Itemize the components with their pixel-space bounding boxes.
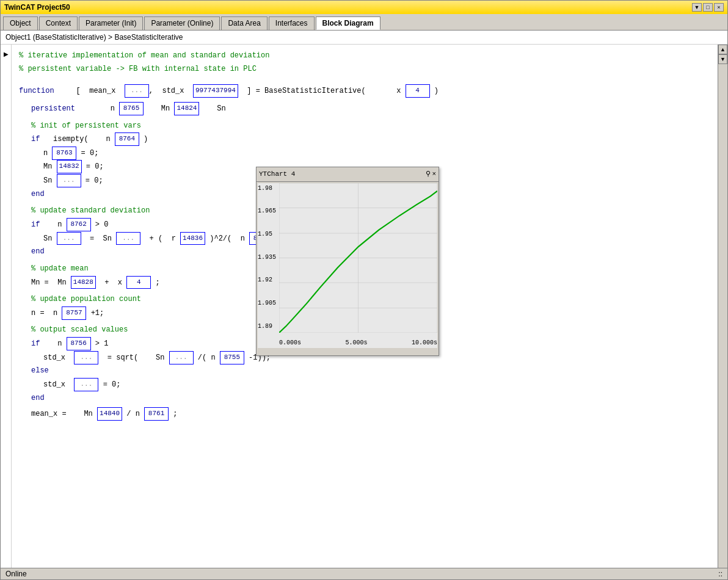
ytchart-close-icon[interactable]: × bbox=[432, 169, 436, 180]
n-persistent-field[interactable]: 8765 bbox=[119, 102, 144, 115]
tab-param-init[interactable]: Parameter (Init) bbox=[79, 16, 143, 30]
title-bar-text: TwinCAT Project50 bbox=[4, 3, 70, 12]
n-std-label: n bbox=[57, 220, 62, 229]
std-x-output-field[interactable]: ... bbox=[74, 351, 98, 364]
output-end: end bbox=[19, 392, 710, 405]
mean-x-label: mean_x bbox=[89, 87, 115, 95]
mn-assign-field[interactable]: 14832 bbox=[57, 160, 82, 173]
output-gt: > 1 bbox=[95, 339, 109, 348]
std-x-else-line: std_x ... = 0; bbox=[19, 378, 710, 392]
std-x-else-field[interactable]: ... bbox=[74, 378, 98, 391]
x-label-1: 0.000s bbox=[279, 338, 301, 348]
mn-result-field[interactable]: 14840 bbox=[97, 407, 122, 421]
x-val-field[interactable]: 4 bbox=[406, 84, 430, 98]
if-keyword-2: if bbox=[31, 220, 40, 229]
end-keyword-2: end bbox=[31, 247, 45, 256]
chart-area bbox=[279, 183, 437, 333]
scroll-up-button[interactable]: ▲ bbox=[718, 45, 727, 54]
tab-object[interactable]: Object bbox=[3, 16, 38, 30]
else-keyword: else bbox=[31, 366, 49, 375]
sn-std-field2[interactable]: ... bbox=[116, 232, 140, 245]
code-panel[interactable]: % iterative implementation of mean and s… bbox=[12, 45, 718, 568]
n-label: n bbox=[111, 104, 115, 113]
n-count-field[interactable]: 8757 bbox=[62, 306, 86, 320]
status-bar: Online :: bbox=[1, 568, 727, 579]
close-button[interactable]: × bbox=[714, 3, 724, 12]
mn-mean-field[interactable]: 14828 bbox=[71, 276, 96, 289]
y-label-2: 1.965 bbox=[258, 206, 282, 216]
breadcrumb-separator: > bbox=[108, 33, 114, 42]
n-std-field[interactable]: 8762 bbox=[67, 218, 91, 231]
output-else: else bbox=[19, 364, 710, 378]
n-output-field2[interactable]: 8755 bbox=[220, 351, 244, 364]
ytchart-popup[interactable]: YTChart 4 ⚲ × 1.98 1.965 1.95 1.935 1.92… bbox=[256, 167, 439, 356]
n-result-field[interactable]: 8761 bbox=[144, 407, 169, 421]
ytchart-titlebar: YTChart 4 ⚲ × bbox=[257, 167, 439, 182]
std-x-eq-zero: = 0; bbox=[103, 380, 121, 389]
y-label-3: 1.95 bbox=[258, 229, 282, 239]
sn-std-field1[interactable]: ... bbox=[57, 232, 81, 245]
n-label-2: n bbox=[106, 135, 110, 143]
title-bar: TwinCAT Project50 ▼ □ × bbox=[1, 1, 727, 14]
y-axis-labels: 1.98 1.965 1.95 1.935 1.92 1.905 1.89 bbox=[258, 183, 282, 333]
status-right: :: bbox=[718, 570, 723, 578]
tab-data-area[interactable]: Data Area bbox=[221, 16, 267, 30]
ytchart-pin-icon[interactable]: ⚲ bbox=[426, 169, 431, 180]
title-bar-controls: ▼ □ × bbox=[692, 3, 724, 12]
status-text: Online bbox=[5, 570, 27, 578]
n-output-field[interactable]: 8756 bbox=[67, 337, 91, 350]
y-label-5: 1.92 bbox=[258, 275, 282, 285]
result-semi: ; bbox=[173, 410, 177, 418]
tab-block-diagram[interactable]: Block Diagram bbox=[316, 16, 380, 30]
if-keyword-1: if bbox=[31, 135, 40, 143]
div-label: / n bbox=[126, 410, 140, 418]
end-keyword-3: end bbox=[31, 394, 45, 402]
minimize-button[interactable]: ▼ bbox=[692, 3, 702, 12]
r-std-field[interactable]: 14836 bbox=[180, 232, 205, 245]
std-gt: > 0 bbox=[95, 220, 109, 229]
scroll-down-button[interactable]: ▼ bbox=[718, 54, 727, 64]
y-label-4: 1.935 bbox=[258, 252, 282, 263]
n-assign-field[interactable]: 8763 bbox=[52, 147, 76, 160]
ytchart-body: 1.98 1.965 1.95 1.935 1.92 1.905 1.89 bbox=[258, 183, 437, 348]
persistent-keyword: persistent bbox=[31, 104, 75, 113]
comment-line-2: % persistent variable -> FB with interna… bbox=[19, 63, 710, 76]
content-area: ▶ % iterative implementation of mean and… bbox=[1, 45, 727, 568]
comment-line-1: % iterative implementation of mean and s… bbox=[19, 49, 710, 63]
tab-context[interactable]: Context bbox=[39, 16, 78, 30]
mn-eq-zero: = 0; bbox=[86, 163, 104, 172]
mn-persistent-field[interactable]: 14824 bbox=[174, 102, 199, 115]
tab-interfaces[interactable]: Interfaces bbox=[269, 16, 315, 30]
side-arrow: ▶ bbox=[1, 45, 12, 568]
tab-bar: Object Context Parameter (Init) Paramete… bbox=[1, 14, 727, 31]
breadcrumb: Object1 (BaseStatisticIterative) > BaseS… bbox=[1, 31, 727, 45]
n-assign-label: n bbox=[43, 149, 48, 158]
maximize-button[interactable]: □ bbox=[703, 3, 713, 12]
n-assign-line: n 8763 = 0; bbox=[19, 147, 710, 161]
mean-result-line: mean_x = Mn 14840 / n 8761 ; bbox=[19, 407, 710, 421]
mean-x-field[interactable]: ... bbox=[125, 84, 149, 98]
function-line: function [ mean_x ..., std_x 9977437994 … bbox=[19, 84, 710, 98]
persistent-line: persistent n 8765 Mn 14824 Sn bbox=[19, 102, 710, 116]
y-label-7: 1.89 bbox=[258, 321, 282, 332]
n-isempty-field[interactable]: 8764 bbox=[115, 132, 139, 146]
tab-param-online[interactable]: Parameter (Online) bbox=[144, 16, 220, 30]
init-if-line: if isempty( n 8764 ) bbox=[19, 132, 710, 147]
function-keyword: function bbox=[19, 87, 54, 95]
breadcrumb-part1: Object1 (BaseStatisticIterative) bbox=[5, 33, 106, 42]
sn-std-label: Sn bbox=[43, 234, 52, 243]
x-label-3: 10.000s bbox=[412, 338, 437, 348]
sn-output-field[interactable]: ... bbox=[169, 351, 194, 364]
sn-label: Sn bbox=[217, 104, 225, 113]
ytchart-title: YTChart 4 bbox=[259, 169, 295, 180]
x-mean-field[interactable]: 4 bbox=[126, 276, 151, 289]
mn-assign-label: Mn bbox=[43, 163, 52, 172]
std-x-label: std_x bbox=[162, 87, 184, 95]
chart-svg bbox=[279, 183, 437, 333]
std-x-field[interactable]: 9977437994 bbox=[193, 84, 238, 98]
sn-assign-field[interactable]: ... bbox=[57, 174, 81, 187]
mn-result-label: Mn bbox=[84, 410, 92, 418]
close-paren: ) bbox=[434, 87, 439, 95]
sn-assign-label: Sn bbox=[43, 176, 52, 185]
scrollbar-right[interactable]: ▲ ▼ bbox=[718, 45, 727, 568]
